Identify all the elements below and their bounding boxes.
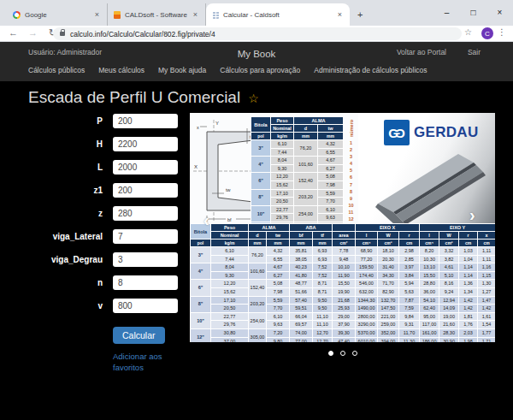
nav-item-1[interactable]: Meus cálculos [98, 66, 144, 74]
page-nav: Cálculos públicosMeus cálculosMy Book aj… [28, 66, 428, 74]
google-favicon [13, 11, 21, 19]
gerdau-wordmark: GERDAU [414, 124, 478, 141]
numero-value: 8 [345, 188, 357, 195]
table-row: 3"6,1076,204,3235,816,937,7868,9018,102,… [191, 247, 496, 256]
carousel-prev-icon[interactable]: ‹ [203, 214, 209, 226]
calcular-button[interactable]: Calcular [113, 327, 165, 344]
forward-button[interactable]: → [28, 27, 38, 38]
z1-input[interactable] [113, 183, 178, 198]
nav-item-3[interactable]: Cálculos para aprovação [220, 66, 300, 74]
numero-value: 5 [345, 167, 357, 174]
carousel-dot-1[interactable] [340, 351, 345, 356]
viga_Lateral-label: viga_Lateral [24, 232, 103, 241]
numero-value: 4 [345, 160, 357, 167]
tab-close-icon[interactable]: × [93, 10, 101, 19]
P-input[interactable] [113, 114, 178, 128]
numero-value: 12 [345, 216, 357, 222]
back-button[interactable]: ← [9, 27, 18, 38]
table-row: 37,009,8077,0012,7047,406010,00394,0011,… [191, 337, 496, 342]
form-row: viga_Degrau [24, 252, 186, 267]
n-label: n [24, 278, 103, 287]
favorite-star-icon[interactable]: ☆ [248, 92, 259, 105]
z-label: z [24, 209, 103, 218]
form-row: H [24, 137, 186, 151]
gerdau-monogram-icon: GG [384, 120, 410, 145]
browser-window: Google × CALDsoft - Software de Planific… [0, 0, 513, 420]
calc-form: PHLz1zviga_Lateralviga_Degraunv Calcular… [24, 114, 186, 374]
maximize-button[interactable]: □ [460, 0, 486, 24]
svg-text:X: X [194, 164, 198, 169]
new-tab-button[interactable]: + [350, 3, 370, 26]
table-row: 6"12,20152,405,0848,778,7115,50546,0071,… [191, 280, 496, 288]
numero-value: 3 [345, 153, 357, 160]
form-row: z1 [24, 183, 186, 198]
carousel-next-icon[interactable]: › [469, 209, 475, 221]
window-controls: – □ × [433, 0, 513, 24]
tab-close-icon[interactable]: × [192, 10, 199, 19]
profile-avatar[interactable]: C [481, 27, 493, 39]
catalog-image: Y X x d tw bf tf BitolaPesoALMANominaldt… [190, 113, 495, 342]
v-input[interactable] [113, 299, 178, 313]
table-row: 8"17,10203,205,5957,409,5021,681344,3013… [191, 296, 496, 305]
tab-google[interactable]: Google × [7, 3, 108, 26]
z1-label: z1 [24, 186, 103, 195]
viga_Lateral-input[interactable] [113, 229, 178, 244]
nav-item-4[interactable]: Administração de cálculos públicos [314, 66, 427, 74]
lock-icon [60, 32, 65, 36]
form-fields: PHLz1zviga_Lateralviga_Degraunv [24, 114, 186, 313]
table-row: 29,769,6369,5711,1037,903290,00259,009,3… [191, 321, 496, 329]
carousel-dots [190, 344, 495, 359]
P-label: P [24, 116, 103, 126]
table-row: 15,627,9851,668,7119,90632,0082,905,6336… [191, 287, 496, 296]
add-favorites-link[interactable]: Adicionar aos favoritos [113, 352, 181, 374]
calcular-favicon [212, 11, 219, 19]
logout-link[interactable]: Sair [468, 48, 481, 56]
svg-text:bf: bf [227, 217, 232, 222]
carousel-dot-2[interactable] [352, 351, 357, 356]
numero-value: 6 [345, 174, 357, 180]
close-button[interactable]: × [486, 0, 513, 24]
tab-title: Google [25, 11, 89, 19]
nav-item-0[interactable]: Cálculos públicos [28, 66, 85, 74]
gerdau-logo: GG GERDAU [384, 120, 478, 145]
viga_Degrau-label: viga_Degrau [24, 255, 103, 264]
L-label: L [24, 163, 103, 172]
table-row: 7,446,5538,056,939,4877,2020,302,8510,30… [191, 255, 496, 263]
calc-title: Escada de Perfil U Comercial [28, 88, 240, 106]
portal-link[interactable]: Voltar ao Portal [397, 48, 446, 56]
browser-titlebar: Google × CALDsoft - Software de Planific… [0, 0, 513, 26]
form-row: v [24, 299, 186, 313]
tab-caldsoft[interactable]: CALDsoft - Software de Planifica × [108, 3, 206, 26]
numero-label: número [349, 117, 354, 139]
table-row: 9,306,2741,807,5211,90174,4034,303,8415,… [191, 271, 496, 280]
minimize-button[interactable]: – [433, 0, 460, 24]
profile-properties-table: BitolaPesoALMAABAEIXO XEIXO YNominaldtwb… [190, 223, 495, 342]
table-row: 10"22,77254,006,10 [251, 205, 344, 214]
svg-text:Y: Y [215, 121, 219, 126]
page-body: Usuário: Administrador My Book Voltar ao… [0, 42, 513, 420]
carousel-dot-0[interactable] [328, 351, 333, 356]
form-row: L [24, 160, 186, 175]
viga_Degrau-input[interactable] [113, 252, 178, 267]
address-bar[interactable]: calculo.info/Calculo/Calcular/802.fig/pr… [53, 27, 462, 40]
browser-menu-icon[interactable]: ⋮ [498, 27, 506, 37]
H-input[interactable] [113, 137, 178, 151]
tab-strip: Google × CALDsoft - Software de Planific… [7, 3, 370, 26]
bookmark-star-icon[interactable]: ☆ [464, 27, 472, 37]
v-label: v [24, 301, 103, 311]
table-row: 20,507,7059,519,5025,931490,00147,507,59… [191, 305, 496, 313]
form-row: z [24, 206, 186, 221]
z-input[interactable] [113, 206, 178, 221]
tab-calcular-active[interactable]: Calcular - Caldsoft × [206, 3, 350, 26]
tab-close-icon[interactable]: × [336, 10, 344, 19]
nav-item-2[interactable]: My Book ajuda [158, 66, 206, 74]
numero-values: 123456789101112 [345, 139, 357, 222]
profile-properties-head: BitolaPesoALMAABAEIXO XEIXO YNominaldtwb… [191, 224, 496, 247]
L-input[interactable] [113, 160, 178, 175]
numero-value: 11 [345, 209, 357, 216]
svg-text:tw: tw [226, 187, 231, 192]
profile-properties-body: 3"6,1076,204,3235,816,937,7868,9018,102,… [191, 247, 496, 343]
numero-value: 2 [345, 146, 357, 153]
table-row: 12"30,80305,007,2074,0012,7039,305370,00… [191, 328, 496, 337]
n-input[interactable] [113, 275, 178, 290]
